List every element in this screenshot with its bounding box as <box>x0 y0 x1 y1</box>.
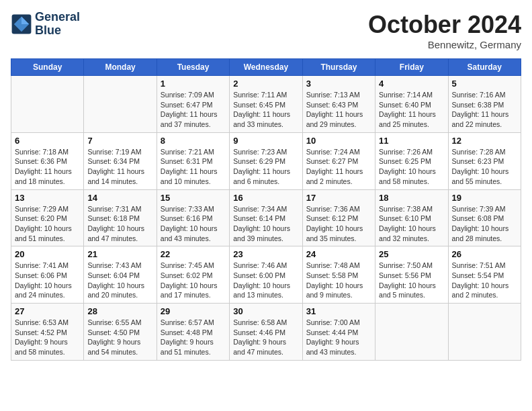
month-title: October 2024 <box>368 11 521 39</box>
calendar-cell: 13Sunrise: 7:29 AMSunset: 6:20 PMDayligh… <box>11 189 84 246</box>
calendar-cell: 10Sunrise: 7:24 AMSunset: 6:27 PMDayligh… <box>302 132 375 189</box>
day-content: Sunrise: 7:33 AMSunset: 6:16 PMDaylight:… <box>161 204 226 244</box>
calendar-cell: 25Sunrise: 7:50 AMSunset: 5:56 PMDayligh… <box>375 246 448 304</box>
calendar-cell <box>448 304 521 361</box>
day-content: Sunrise: 7:09 AMSunset: 6:47 PMDaylight:… <box>161 90 226 130</box>
calendar-week-3: 13Sunrise: 7:29 AMSunset: 6:20 PMDayligh… <box>11 189 521 246</box>
day-content: Sunrise: 7:51 AMSunset: 5:54 PMDaylight:… <box>452 261 517 300</box>
day-content: Sunrise: 7:24 AMSunset: 6:27 PMDaylight:… <box>306 147 371 187</box>
day-content: Sunrise: 7:38 AMSunset: 6:10 PMDaylight:… <box>379 204 444 244</box>
calendar-cell: 20Sunrise: 7:41 AMSunset: 6:06 PMDayligh… <box>11 246 84 304</box>
day-content: Sunrise: 7:41 AMSunset: 6:06 PMDaylight:… <box>15 261 80 300</box>
day-number: 18 <box>379 193 444 203</box>
logo: General Blue <box>11 11 80 38</box>
day-number: 13 <box>15 193 80 203</box>
calendar-week-5: 27Sunrise: 6:53 AMSunset: 4:52 PMDayligh… <box>11 304 521 361</box>
weekday-header-friday: Friday <box>375 59 448 76</box>
day-content: Sunrise: 7:45 AMSunset: 6:02 PMDaylight:… <box>161 261 226 300</box>
day-content: Sunrise: 7:48 AMSunset: 5:58 PMDaylight:… <box>306 261 371 300</box>
calendar-cell: 2Sunrise: 7:11 AMSunset: 6:45 PMDaylight… <box>230 76 302 133</box>
calendar-cell: 6Sunrise: 7:18 AMSunset: 6:36 PMDaylight… <box>11 132 84 189</box>
calendar-table: SundayMondayTuesdayWednesdayThursdayFrid… <box>11 58 521 361</box>
day-content: Sunrise: 7:31 AMSunset: 6:18 PMDaylight:… <box>87 204 152 244</box>
calendar-cell: 19Sunrise: 7:39 AMSunset: 6:08 PMDayligh… <box>448 189 521 246</box>
calendar-cell: 24Sunrise: 7:48 AMSunset: 5:58 PMDayligh… <box>302 246 375 304</box>
day-content: Sunrise: 7:19 AMSunset: 6:34 PMDaylight:… <box>87 147 152 187</box>
day-number: 2 <box>233 79 298 89</box>
calendar-cell: 5Sunrise: 7:16 AMSunset: 6:38 PMDaylight… <box>448 76 521 133</box>
calendar-cell: 21Sunrise: 7:43 AMSunset: 6:04 PMDayligh… <box>84 246 157 304</box>
day-number: 22 <box>161 249 226 259</box>
day-number: 20 <box>15 249 80 259</box>
day-number: 15 <box>161 193 226 203</box>
day-number: 1 <box>161 79 226 89</box>
weekday-header-thursday: Thursday <box>302 59 375 76</box>
day-number: 9 <box>233 136 298 146</box>
page-header: General Blue October 2024 Bennewitz, Ger… <box>11 11 521 50</box>
calendar-cell: 31Sunrise: 7:00 AMSunset: 4:44 PMDayligh… <box>302 304 375 361</box>
calendar-cell: 7Sunrise: 7:19 AMSunset: 6:34 PMDaylight… <box>84 132 157 189</box>
day-number: 16 <box>233 193 298 203</box>
day-number: 21 <box>87 249 152 259</box>
calendar-cell <box>375 304 448 361</box>
weekday-header-saturday: Saturday <box>448 59 521 76</box>
day-number: 26 <box>452 249 517 259</box>
day-content: Sunrise: 6:57 AMSunset: 4:48 PMDaylight:… <box>161 318 226 357</box>
calendar-cell: 27Sunrise: 6:53 AMSunset: 4:52 PMDayligh… <box>11 304 84 361</box>
day-content: Sunrise: 7:36 AMSunset: 6:12 PMDaylight:… <box>306 204 371 244</box>
day-number: 31 <box>306 306 371 316</box>
day-content: Sunrise: 7:34 AMSunset: 6:14 PMDaylight:… <box>233 204 298 244</box>
day-number: 25 <box>379 249 444 259</box>
calendar-cell: 15Sunrise: 7:33 AMSunset: 6:16 PMDayligh… <box>157 189 229 246</box>
calendar-cell: 3Sunrise: 7:13 AMSunset: 6:43 PMDaylight… <box>302 76 375 133</box>
day-number: 5 <box>452 79 517 89</box>
day-number: 3 <box>306 79 371 89</box>
day-content: Sunrise: 7:26 AMSunset: 6:25 PMDaylight:… <box>379 147 444 187</box>
day-number: 7 <box>87 136 152 146</box>
calendar-cell: 30Sunrise: 6:58 AMSunset: 4:46 PMDayligh… <box>230 304 302 361</box>
calendar-cell: 4Sunrise: 7:14 AMSunset: 6:40 PMDaylight… <box>375 76 448 133</box>
day-number: 8 <box>161 136 226 146</box>
day-number: 27 <box>15 306 80 316</box>
calendar-week-2: 6Sunrise: 7:18 AMSunset: 6:36 PMDaylight… <box>11 132 521 189</box>
calendar-cell: 26Sunrise: 7:51 AMSunset: 5:54 PMDayligh… <box>448 246 521 304</box>
calendar-cell <box>11 76 84 133</box>
calendar-body: 1Sunrise: 7:09 AMSunset: 6:47 PMDaylight… <box>11 76 521 361</box>
calendar-cell: 17Sunrise: 7:36 AMSunset: 6:12 PMDayligh… <box>302 189 375 246</box>
day-content: Sunrise: 7:50 AMSunset: 5:56 PMDaylight:… <box>379 261 444 300</box>
day-content: Sunrise: 7:43 AMSunset: 6:04 PMDaylight:… <box>87 261 152 300</box>
day-number: 4 <box>379 79 444 89</box>
day-number: 6 <box>15 136 80 146</box>
calendar-cell: 16Sunrise: 7:34 AMSunset: 6:14 PMDayligh… <box>230 189 302 246</box>
day-content: Sunrise: 7:28 AMSunset: 6:23 PMDaylight:… <box>452 147 517 187</box>
weekday-header-monday: Monday <box>84 59 157 76</box>
day-content: Sunrise: 6:58 AMSunset: 4:46 PMDaylight:… <box>233 318 298 357</box>
calendar-cell: 22Sunrise: 7:45 AMSunset: 6:02 PMDayligh… <box>157 246 229 304</box>
weekday-header-sunday: Sunday <box>11 59 84 76</box>
calendar-cell: 28Sunrise: 6:55 AMSunset: 4:50 PMDayligh… <box>84 304 157 361</box>
day-content: Sunrise: 7:23 AMSunset: 6:29 PMDaylight:… <box>233 147 298 187</box>
calendar-cell: 8Sunrise: 7:21 AMSunset: 6:31 PMDaylight… <box>157 132 229 189</box>
day-content: Sunrise: 7:14 AMSunset: 6:40 PMDaylight:… <box>379 90 444 130</box>
day-content: Sunrise: 7:46 AMSunset: 6:00 PMDaylight:… <box>233 261 298 300</box>
day-number: 19 <box>452 193 517 203</box>
calendar-cell: 12Sunrise: 7:28 AMSunset: 6:23 PMDayligh… <box>448 132 521 189</box>
title-block: October 2024 Bennewitz, Germany <box>368 11 521 50</box>
logo-text: General Blue <box>35 11 80 38</box>
day-content: Sunrise: 7:21 AMSunset: 6:31 PMDaylight:… <box>161 147 226 187</box>
day-content: Sunrise: 7:13 AMSunset: 6:43 PMDaylight:… <box>306 90 371 130</box>
day-content: Sunrise: 7:16 AMSunset: 6:38 PMDaylight:… <box>452 90 517 130</box>
day-content: Sunrise: 6:53 AMSunset: 4:52 PMDaylight:… <box>15 318 80 357</box>
day-number: 29 <box>161 306 226 316</box>
location: Bennewitz, Germany <box>368 39 521 50</box>
calendar-header: SundayMondayTuesdayWednesdayThursdayFrid… <box>11 59 521 76</box>
day-number: 30 <box>233 306 298 316</box>
calendar-cell: 29Sunrise: 6:57 AMSunset: 4:48 PMDayligh… <box>157 304 229 361</box>
calendar-cell: 23Sunrise: 7:46 AMSunset: 6:00 PMDayligh… <box>230 246 302 304</box>
calendar-week-1: 1Sunrise: 7:09 AMSunset: 6:47 PMDaylight… <box>11 76 521 133</box>
day-number: 23 <box>233 249 298 259</box>
calendar-cell: 18Sunrise: 7:38 AMSunset: 6:10 PMDayligh… <box>375 189 448 246</box>
day-content: Sunrise: 7:29 AMSunset: 6:20 PMDaylight:… <box>15 204 80 244</box>
day-number: 17 <box>306 193 371 203</box>
day-content: Sunrise: 7:00 AMSunset: 4:44 PMDaylight:… <box>306 318 371 357</box>
